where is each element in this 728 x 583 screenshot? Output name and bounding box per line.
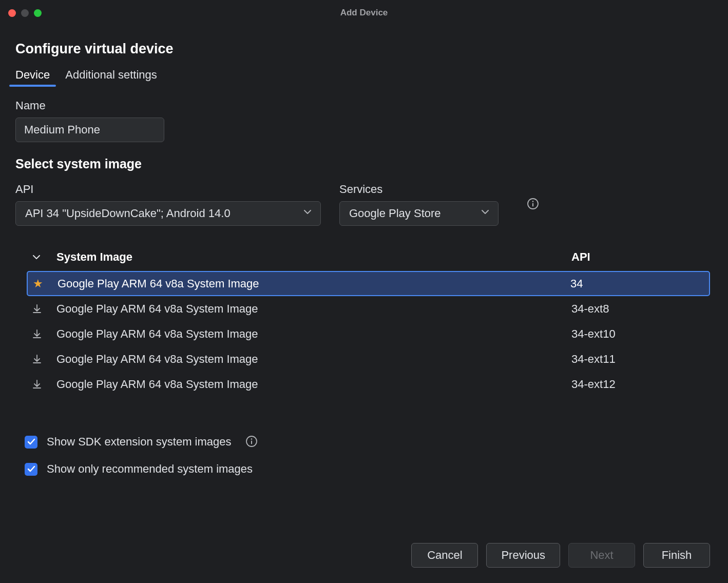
- checkbox-row-extension: Show SDK extension system images: [25, 435, 710, 449]
- cancel-button[interactable]: Cancel: [411, 543, 478, 568]
- services-select[interactable]: Google Play Store: [339, 201, 499, 226]
- table-row[interactable]: Google Play ARM 64 v8a System Image 34-e…: [27, 372, 710, 397]
- svg-point-1: [532, 201, 534, 202]
- star-icon: ★: [33, 277, 43, 290]
- dialog-window: Add Device Configure virtual device Devi…: [0, 0, 728, 583]
- name-label: Name: [15, 99, 710, 112]
- api-select[interactable]: API 34 "UpsideDownCake"; Android 14.0: [15, 201, 321, 226]
- system-image-table: System Image API ★ Google Play ARM 64 v8…: [27, 246, 710, 397]
- row-api: 34-ext8: [571, 302, 705, 316]
- api-select-value: API 34 "UpsideDownCake"; Android 14.0: [25, 207, 231, 220]
- row-api: 34-ext12: [571, 378, 705, 391]
- chevron-down-icon: [304, 210, 311, 217]
- services-label: Services: [339, 183, 499, 196]
- tab-additional-settings[interactable]: Additional settings: [65, 68, 157, 87]
- table-header: System Image API: [27, 246, 710, 271]
- footer-buttons: Cancel Previous Next Finish: [0, 528, 728, 583]
- row-name: Google Play ARM 64 v8a System Image: [56, 353, 571, 366]
- checkbox-recommended[interactable]: [25, 463, 37, 476]
- checkbox-label-recommended: Show only recommended system images: [47, 462, 253, 476]
- info-icon[interactable]: [245, 435, 258, 448]
- traffic-lights: [8, 9, 42, 17]
- download-icon[interactable]: [32, 379, 42, 390]
- select-group: API API 34 "UpsideDownCake"; Android 14.…: [15, 183, 710, 226]
- row-api: 34-ext11: [571, 353, 705, 366]
- minimize-window-button[interactable]: [21, 9, 29, 17]
- column-header-api[interactable]: API: [571, 250, 705, 264]
- table-row[interactable]: Google Play ARM 64 v8a System Image 34-e…: [27, 321, 710, 346]
- table-row[interactable]: ★ Google Play ARM 64 v8a System Image 34: [27, 271, 710, 296]
- column-header-name[interactable]: System Image: [56, 250, 571, 264]
- section-title: Select system image: [15, 157, 710, 171]
- checkbox-extension[interactable]: [25, 436, 37, 449]
- row-name: Google Play ARM 64 v8a System Image: [56, 302, 571, 316]
- checkbox-label-extension: Show SDK extension system images: [47, 435, 232, 449]
- table-row[interactable]: Google Play ARM 64 v8a System Image 34-e…: [27, 296, 710, 321]
- collapse-icon[interactable]: [32, 252, 41, 262]
- row-name: Google Play ARM 64 v8a System Image: [58, 277, 570, 290]
- api-label: API: [15, 183, 321, 196]
- checkbox-group: Show SDK extension system images Show on…: [25, 435, 710, 476]
- content-area: Configure virtual device Device Addition…: [0, 26, 728, 528]
- row-api: 34-ext10: [571, 327, 705, 341]
- svg-rect-2: [532, 203, 533, 207]
- download-icon[interactable]: [32, 304, 42, 314]
- close-window-button[interactable]: [8, 9, 16, 17]
- maximize-window-button[interactable]: [34, 9, 42, 17]
- window-title: Add Device: [340, 8, 388, 18]
- row-name: Google Play ARM 64 v8a System Image: [56, 378, 571, 391]
- name-input[interactable]: [15, 118, 164, 142]
- svg-rect-5: [251, 441, 252, 444]
- download-icon[interactable]: [32, 354, 42, 364]
- next-button: Next: [568, 543, 635, 568]
- table-row[interactable]: Google Play ARM 64 v8a System Image 34-e…: [27, 346, 710, 372]
- checkbox-row-recommended: Show only recommended system images: [25, 462, 710, 476]
- info-icon[interactable]: [526, 197, 540, 210]
- svg-point-4: [251, 438, 252, 440]
- chevron-down-icon: [482, 210, 489, 217]
- row-api: 34: [570, 277, 704, 290]
- tabs: Device Additional settings: [15, 68, 710, 87]
- tab-device[interactable]: Device: [15, 68, 50, 87]
- services-select-value: Google Play Store: [349, 207, 441, 220]
- titlebar: Add Device: [0, 0, 728, 26]
- row-name: Google Play ARM 64 v8a System Image: [56, 327, 571, 341]
- previous-button[interactable]: Previous: [486, 543, 560, 568]
- finish-button[interactable]: Finish: [643, 543, 710, 568]
- download-icon[interactable]: [32, 329, 42, 339]
- page-title: Configure virtual device: [15, 41, 710, 57]
